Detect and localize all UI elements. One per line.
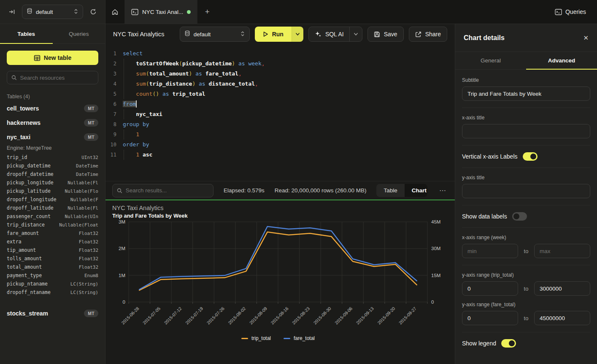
line-number: 10 — [105, 140, 116, 150]
database-selector-main[interactable]: default — [180, 27, 250, 42]
database-selector-top[interactable]: default — [22, 5, 83, 19]
results-search[interactable] — [112, 184, 213, 197]
editor-line[interactable]: 9 1 — [105, 129, 455, 140]
run-button[interactable]: Run — [255, 27, 292, 42]
vertical-labels-row: Vertical x-axis Labels — [462, 152, 590, 161]
column-row: pickup_datetimeDateTime — [7, 163, 98, 171]
close-icon[interactable]: ✕ — [583, 34, 589, 42]
collapse-sidebar-icon[interactable] — [6, 6, 18, 18]
column-row: tip_amountFloat32 — [7, 247, 98, 256]
svg-text:2015-08-23: 2015-08-23 — [291, 306, 311, 326]
column-name: dropoff_ntaname — [7, 289, 51, 295]
sidebar-table-item[interactable]: nyc_taxiMT — [7, 130, 98, 144]
sidebar: Tables Queries New table Tables (4) cell… — [0, 24, 105, 364]
line-number: 4 — [105, 79, 116, 89]
details-title: Chart details — [464, 34, 505, 42]
save-button[interactable]: Save — [367, 27, 404, 42]
column-name: trip_id — [7, 154, 27, 160]
legend-item-fare_total[interactable]: fare_total — [284, 335, 315, 341]
sparkle-icon — [315, 31, 321, 38]
vertical-labels-toggle[interactable] — [523, 152, 538, 161]
y-axis-title-input[interactable] — [462, 184, 590, 198]
sidebar-tab-queries[interactable]: Queries — [53, 24, 105, 43]
sql-editor[interactable]: 1select2 toStartOfWeek(pickup_datetime) … — [105, 44, 455, 181]
x-axis-title-label: x-axis title — [462, 115, 590, 121]
more-options-icon[interactable]: ⋯ — [438, 186, 448, 194]
table-view-button[interactable]: Table — [376, 184, 404, 197]
chart-view-button[interactable]: Chart — [405, 184, 427, 197]
new-table-label: New table — [44, 54, 71, 61]
column-row: pickup_latitudeNullable(Flo — [7, 188, 98, 197]
svg-text:30M: 30M — [431, 246, 440, 251]
sql-ai-caret[interactable] — [349, 27, 362, 41]
column-name: tolls_amount — [7, 256, 42, 262]
y-range-fare-max-input[interactable] — [534, 311, 590, 325]
show-data-labels-row: Show data labels — [462, 212, 590, 221]
home-tab[interactable] — [105, 0, 125, 24]
to-label: to — [522, 286, 530, 292]
column-type: Enum8 — [84, 273, 98, 278]
refresh-icon[interactable] — [87, 6, 99, 18]
column-type: DateTime — [76, 163, 98, 169]
column-type: Nullable(Fl — [68, 180, 98, 186]
editor-line[interactable]: 6from — [105, 99, 455, 109]
share-button[interactable]: Share — [409, 27, 447, 42]
column-row: pickup_ntanameLC(String) — [7, 281, 98, 289]
sidebar-tabs: Tables Queries — [0, 24, 105, 44]
tab-strip: NYC Taxi Anal... + Queries — [105, 0, 597, 24]
table-name: hackernews — [7, 119, 41, 126]
editor-line[interactable]: 11 1 asc — [105, 150, 455, 160]
editor-line[interactable]: 3 sum(total_amount) as fare_total, — [105, 69, 455, 79]
sidebar-tab-tables[interactable]: Tables — [0, 24, 53, 43]
svg-text:3M: 3M — [119, 220, 125, 224]
column-name: dropoff_longitude — [7, 197, 57, 202]
y-range-fare-min-input[interactable] — [462, 311, 518, 325]
svg-text:1M: 1M — [119, 273, 125, 278]
table-engine-label: Engine: MergeTree — [7, 145, 98, 151]
legend-item-trip_total[interactable]: trip_total — [241, 335, 271, 341]
query-tab-active[interactable]: NYC Taxi Anal... — [125, 0, 197, 24]
x-axis-title-input[interactable] — [462, 124, 590, 138]
new-tab-button[interactable]: + — [197, 0, 217, 24]
column-type: Float32 — [79, 256, 98, 262]
editor-line[interactable]: 5 count() as trip_total — [105, 89, 455, 99]
to-label: to — [522, 248, 530, 254]
results-search-input[interactable] — [126, 187, 209, 194]
svg-text:2015-08-02: 2015-08-02 — [227, 306, 247, 326]
editor-line[interactable]: 1select — [105, 49, 455, 59]
column-name: extra — [7, 239, 22, 245]
x-range-max-input[interactable] — [534, 244, 590, 258]
editor-line[interactable]: 2 toStartOfWeek(pickup_datetime) as week… — [105, 59, 455, 69]
column-row: trip_idUInt32 — [7, 154, 98, 163]
legend-dash — [241, 338, 248, 339]
tab-advanced[interactable]: Advanced — [526, 52, 597, 69]
show-legend-toggle[interactable] — [501, 339, 516, 348]
subtitle-input[interactable] — [462, 86, 590, 101]
line-number: 3 — [105, 69, 116, 79]
show-data-labels-toggle[interactable] — [512, 212, 527, 221]
resource-search-input[interactable] — [20, 75, 94, 81]
database-icon — [27, 8, 32, 16]
column-type: LC(String) — [70, 290, 98, 295]
chart-canvas[interactable]: 01M2M3M015M30M45M2015-06-282015-07-05201… — [112, 220, 448, 334]
save-label: Save — [384, 31, 397, 38]
tab-general[interactable]: General — [455, 52, 526, 69]
column-row: passenger_countNullable(UIn — [7, 213, 98, 222]
run-options-caret[interactable] — [292, 27, 303, 42]
editor-line[interactable]: 4 sum(trip_distance) as distance_total, — [105, 79, 455, 89]
editor-line[interactable]: 8group by — [105, 119, 455, 129]
sidebar-table-item[interactable]: hackernewsMT — [7, 116, 98, 130]
resource-search[interactable] — [7, 71, 98, 84]
sql-ai-button[interactable]: SQL AI — [308, 27, 362, 42]
x-range-min-input[interactable] — [462, 244, 518, 258]
editor-line[interactable]: 10order by — [105, 140, 455, 150]
column-name: pickup_longitude — [7, 180, 54, 186]
editor-line[interactable]: 7 nyc_taxi — [105, 109, 455, 119]
sidebar-table-item[interactable]: cell_towersMT — [7, 101, 98, 116]
y-range-trip-max-input[interactable] — [534, 281, 590, 296]
new-table-button[interactable]: New table — [7, 51, 98, 65]
y-range-trip-min-input[interactable] — [462, 281, 518, 296]
queries-link[interactable]: Queries — [555, 0, 597, 24]
legend-dash — [284, 338, 290, 339]
sidebar-table-item[interactable]: stocks_streamMT — [7, 306, 98, 321]
